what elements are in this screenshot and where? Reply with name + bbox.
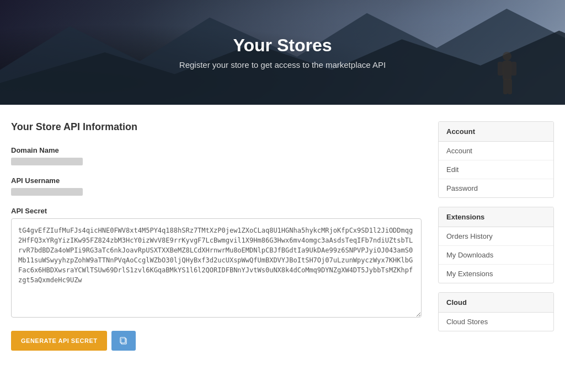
account-section: Account Account Edit Password — [438, 121, 554, 198]
cloud-stores-link[interactable]: Cloud Stores — [439, 313, 553, 331]
svg-rect-3 — [503, 61, 511, 80]
svg-rect-6 — [503, 79, 508, 94]
my-downloads-link[interactable]: My Downloads — [439, 246, 553, 265]
svg-rect-7 — [508, 79, 512, 94]
edit-link[interactable]: Edit — [439, 160, 553, 179]
section-title: Your Store API Information — [11, 121, 422, 133]
domain-name-group: Domain Name — [11, 146, 422, 165]
account-link[interactable]: Account — [439, 142, 553, 160]
hero-banner: Your Stores Register your store to get a… — [0, 0, 565, 105]
copy-button[interactable] — [111, 331, 136, 351]
sidebar: Account Account Edit Password Extensions… — [438, 121, 554, 375]
svg-rect-5 — [511, 62, 516, 76]
my-extensions-link[interactable]: My Extensions — [439, 265, 553, 283]
api-secret-textarea[interactable]: tG4gvEfZIufMuFJs4qicHNE0FWV8xt4M5PY4q188… — [11, 218, 422, 318]
domain-name-label: Domain Name — [11, 146, 422, 154]
extensions-section-header: Extensions — [439, 207, 553, 227]
api-secret-group: API Secret tG4gvEfZIufMuFJs4qicHNE0FWV8x… — [11, 207, 422, 320]
svg-rect-9 — [120, 337, 125, 343]
hero-subtitle: Register your store to get access to the… — [179, 60, 386, 69]
svg-rect-4 — [498, 62, 503, 76]
api-secret-label: API Secret — [11, 207, 422, 215]
cloud-section-header: Cloud — [439, 293, 553, 313]
api-username-label: API Username — [11, 176, 422, 185]
generate-api-secret-button[interactable]: GENERATE API SECRET — [11, 331, 107, 351]
domain-name-value — [11, 158, 83, 165]
api-username-value — [11, 188, 83, 196]
orders-history-link[interactable]: Orders History — [439, 227, 553, 246]
copy-icon — [119, 336, 128, 345]
action-buttons: GENERATE API SECRET — [11, 331, 422, 351]
password-link[interactable]: Password — [439, 179, 553, 197]
hero-title: Your Stores — [233, 35, 332, 56]
account-section-header: Account — [439, 122, 553, 142]
api-username-group: API Username — [11, 176, 422, 196]
extensions-section: Extensions Orders History My Downloads M… — [438, 207, 554, 283]
cloud-section: Cloud Cloud Stores — [438, 292, 554, 331]
main-container: Your Store API Information Domain Name A… — [0, 105, 565, 392]
svg-point-2 — [503, 52, 511, 61]
content-area: Your Store API Information Domain Name A… — [11, 121, 422, 375]
